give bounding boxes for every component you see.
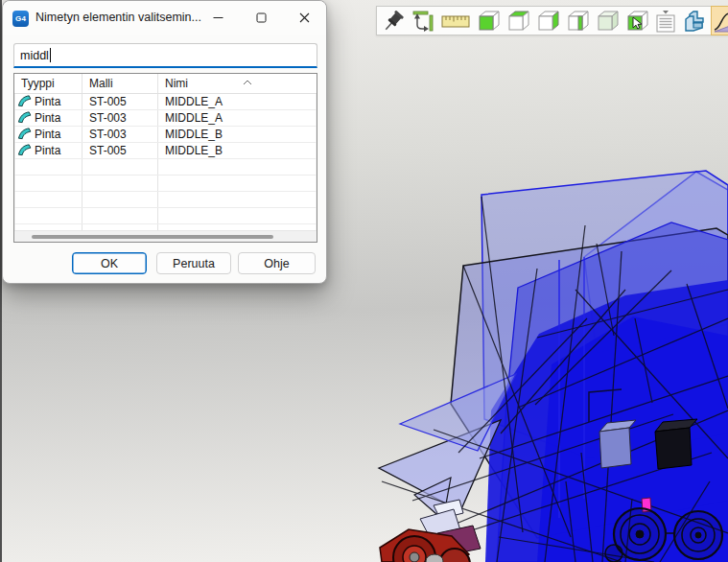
cell-tyyppi: Pinta (35, 144, 60, 157)
curve-icon[interactable] (712, 7, 728, 35)
table-row-empty[interactable] (14, 208, 317, 224)
cell-malli: ST-003 (82, 110, 158, 126)
surface-icon (17, 94, 32, 109)
dialog-buttons: OK Peruuta Ohje (3, 252, 326, 275)
ruler-icon[interactable] (440, 7, 471, 35)
document-list-icon[interactable] (654, 7, 677, 35)
table-row[interactable]: Pinta ST-003 MIDDLE_B (14, 127, 317, 143)
table-row[interactable]: Pinta ST-005 MIDDLE_B (14, 143, 317, 159)
cell-nimi: MIDDLE_A (158, 110, 317, 126)
filter-value: middl (20, 49, 49, 62)
cube-left-face-icon[interactable] (535, 7, 560, 35)
surface-icon (17, 127, 32, 142)
table-row-empty[interactable] (14, 176, 317, 192)
cancel-button[interactable]: Peruuta (156, 252, 231, 274)
cube-right-face-icon[interactable] (565, 7, 590, 35)
table-row-empty[interactable] (14, 192, 317, 208)
pin-icon[interactable] (383, 7, 406, 35)
cell-nimi: MIDDLE_A (158, 94, 317, 109)
maximize-icon[interactable] (240, 1, 283, 35)
cell-tyyppi: Pinta (35, 111, 60, 125)
cube-top-face-icon[interactable] (505, 7, 530, 35)
named-element-dialog: G4 Nimetyn elementin valitsemin... middl… (2, 0, 327, 284)
dialog-titlebar[interactable]: G4 Nimetyn elementin valitsemin... (3, 1, 326, 35)
table-row[interactable]: Pinta ST-005 MIDDLE_A (14, 94, 317, 110)
minimize-icon[interactable] (197, 1, 240, 35)
cube-front-face-icon[interactable] (476, 7, 501, 35)
cad-toolbar (376, 6, 728, 35)
caption-buttons (197, 1, 326, 35)
solid-model-icon[interactable] (682, 7, 707, 35)
filter-input[interactable]: middl (13, 43, 317, 68)
column-header-nimi[interactable]: Nimi (158, 74, 317, 93)
cell-malli: ST-005 (82, 143, 158, 158)
surface-icon (17, 143, 32, 158)
cell-nimi: MIDDLE_B (158, 143, 317, 158)
horizontal-scrollbar[interactable] (14, 230, 317, 242)
sort-ascending-icon (243, 75, 252, 88)
app-icon: G4 (12, 11, 29, 27)
table-row-empty[interactable] (14, 159, 317, 176)
cell-tyyppi: Pinta (35, 128, 60, 141)
scrollbar-thumb[interactable] (32, 235, 273, 239)
surface-icon (17, 110, 32, 126)
cell-tyyppi: Pinta (35, 95, 60, 108)
column-header-tyyppi[interactable]: Tyyppi (14, 74, 82, 93)
cell-malli: ST-005 (82, 94, 158, 109)
measure-icon[interactable] (411, 7, 435, 35)
cell-malli: ST-003 (82, 127, 158, 142)
table-rows: Pinta ST-005 MIDDLE_A Pinta ST-003 MIDDL… (14, 94, 317, 230)
text-caret (50, 48, 51, 62)
table-row[interactable]: Pinta ST-003 MIDDLE_A (14, 110, 317, 127)
dialog-title: Nimetyn elementin valitsemin... (35, 11, 201, 24)
help-button[interactable]: Ohje (238, 252, 316, 274)
select-face-icon[interactable] (624, 7, 649, 35)
column-header-malli[interactable]: Malli (82, 74, 158, 93)
shaded-cube-icon[interactable] (595, 7, 620, 35)
close-icon[interactable] (283, 1, 326, 35)
table-header: Tyyppi Malli Nimi (14, 74, 317, 94)
element-table: Tyyppi Malli Nimi Pinta ST-005 MIDDLE_A … (13, 73, 317, 243)
ok-button[interactable]: OK (72, 252, 147, 274)
cell-nimi: MIDDLE_B (158, 127, 317, 142)
